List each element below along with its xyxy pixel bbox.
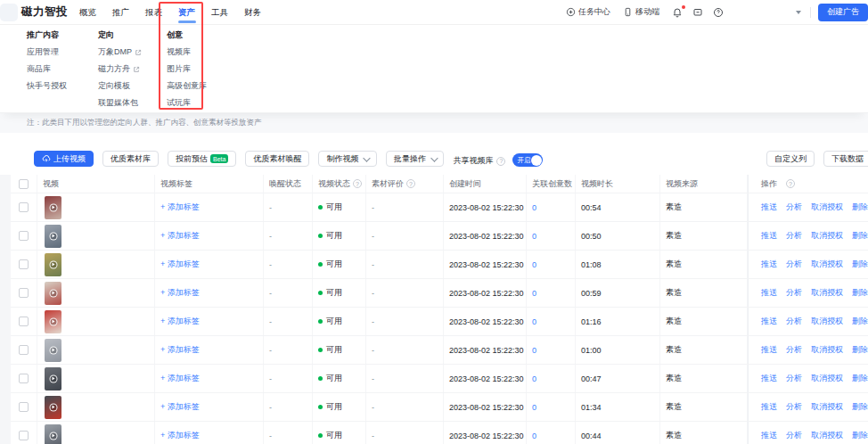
mega-item-targeting-2[interactable]: 定向模板 [98,78,142,95]
linked-creatives-count[interactable]: 0 [532,289,536,298]
action-revoke-auth-link[interactable]: 取消授权 [811,430,843,441]
row-checkbox[interactable] [19,259,29,269]
add-tag-link[interactable]: + 添加标签 [160,316,200,327]
nav-item-tools[interactable]: 工具 [211,0,228,25]
shared-library-toggle[interactable]: 开启 [512,153,543,167]
action-delete-link[interactable]: 删除 [852,401,868,413]
action-analyze-link[interactable]: 分析 [786,201,802,213]
action-analyze-link[interactable]: 分析 [786,401,802,413]
video-thumbnail[interactable] [45,310,61,333]
action-delete-link[interactable]: 删除 [852,430,868,441]
linked-creatives-count[interactable]: 0 [532,403,536,412]
mega-item-promo-content-1[interactable]: 商品库 [27,61,67,78]
video-thumbnail[interactable] [45,225,61,248]
video-thumbnail[interactable] [45,367,61,391]
upload-video-button[interactable]: 上传视频 [34,151,94,167]
linked-creatives-count[interactable]: 0 [532,317,536,326]
linked-creatives-count[interactable]: 0 [532,232,536,241]
action-revoke-auth-link[interactable]: 取消授权 [811,401,843,413]
toolbar-button-download-data[interactable]: 下载数据 [823,151,868,167]
action-push-link[interactable]: 推送 [761,259,777,270]
linked-creatives-count[interactable]: 0 [532,432,536,440]
action-analyze-link[interactable]: 分析 [786,259,802,270]
video-thumbnail[interactable] [45,396,61,419]
action-analyze-link[interactable]: 分析 [786,287,802,299]
mega-header-promo-content[interactable]: 推广内容 [27,27,67,44]
mega-header-creative[interactable]: 创意 [167,27,207,44]
linked-creatives-count[interactable]: 0 [532,260,536,269]
toolbar-button-customize-columns[interactable]: 自定义列 [766,151,815,167]
nav-item-promotion[interactable]: 推广 [112,0,129,25]
toolbar-button-make-video[interactable]: 制作视频 [318,151,377,167]
linked-creatives-count[interactable]: 0 [532,203,536,212]
mega-item-promo-content-0[interactable]: 应用管理 [27,44,67,61]
help-button[interactable] [713,7,724,18]
mega-item-creative-1[interactable]: 图片库 [167,61,207,78]
add-tag-link[interactable]: + 添加标签 [160,259,200,270]
nav-item-reports[interactable]: 报表 [145,0,162,25]
toolbar-button-batch-operations[interactable]: 批量操作 [386,151,445,167]
nav-item-assets[interactable]: 资产 [178,0,195,25]
action-push-link[interactable]: 推送 [761,430,777,441]
mega-item-targeting-0[interactable]: 万象DMP [98,44,142,61]
action-revoke-auth-link[interactable]: 取消授权 [811,259,843,270]
action-revoke-auth-link[interactable]: 取消授权 [811,230,843,242]
action-analyze-link[interactable]: 分析 [786,344,802,356]
toolbar-button-pre-launch-estimate[interactable]: 投前预估Beta [168,151,236,167]
action-delete-link[interactable]: 删除 [852,230,868,242]
action-revoke-auth-link[interactable]: 取消授权 [811,201,843,213]
task-center-link[interactable]: 任务中心 [566,6,610,18]
add-tag-link[interactable]: + 添加标签 [160,430,200,441]
action-push-link[interactable]: 推送 [761,344,777,356]
info-circle-icon[interactable]: ? [786,179,795,188]
action-delete-link[interactable]: 删除 [852,316,868,327]
mega-header-targeting[interactable]: 定向 [98,27,142,44]
mega-item-targeting-1[interactable]: 磁力方舟 [98,61,142,78]
mobile-link[interactable]: 移动端 [623,6,659,18]
row-checkbox[interactable] [19,374,29,383]
add-tag-link[interactable]: + 添加标签 [160,373,200,384]
video-thumbnail[interactable] [45,282,61,305]
account-dropdown-caret[interactable] [796,11,801,14]
row-checkbox[interactable] [19,288,29,298]
mega-item-creative-3[interactable]: 试玩库 [167,95,207,111]
mega-item-targeting-3[interactable]: 联盟媒体包 [98,95,142,111]
toolbar-button-quality-material-wake[interactable]: 优质素材唤醒 [245,151,309,167]
video-thumbnail[interactable] [45,424,61,444]
add-tag-link[interactable]: + 添加标签 [160,201,200,213]
action-push-link[interactable]: 推送 [761,230,777,242]
action-revoke-auth-link[interactable]: 取消授权 [811,373,843,384]
mega-item-creative-0[interactable]: 视频库 [167,44,207,61]
action-push-link[interactable]: 推送 [761,201,777,213]
create-ad-button[interactable]: 创建广告 [818,4,868,21]
nav-item-overview[interactable]: 概览 [79,0,96,25]
action-revoke-auth-link[interactable]: 取消授权 [811,316,843,327]
action-analyze-link[interactable]: 分析 [786,316,802,327]
action-revoke-auth-link[interactable]: 取消授权 [811,344,843,356]
add-tag-link[interactable]: + 添加标签 [160,401,200,413]
info-circle-icon[interactable]: ? [496,157,505,166]
info-circle-icon[interactable]: ? [406,179,415,188]
toolbar-button-quality-material-library[interactable]: 优质素材库 [102,151,159,167]
nav-item-finance[interactable]: 财务 [244,0,261,25]
video-thumbnail[interactable] [45,253,61,276]
mega-item-creative-2[interactable]: 高级创意库 [167,78,207,95]
action-delete-link[interactable]: 删除 [852,344,868,356]
linked-creatives-count[interactable]: 0 [532,374,536,383]
select-all-checkbox[interactable] [19,179,29,189]
action-push-link[interactable]: 推送 [761,401,777,413]
row-checkbox[interactable] [19,202,29,212]
action-delete-link[interactable]: 删除 [852,287,868,299]
info-circle-icon[interactable]: ? [353,179,362,188]
action-delete-link[interactable]: 删除 [852,373,868,384]
mega-item-promo-content-2[interactable]: 快手号授权 [27,78,67,95]
add-tag-link[interactable]: + 添加标签 [160,344,200,356]
row-checkbox[interactable] [19,402,29,412]
action-push-link[interactable]: 推送 [761,316,777,327]
action-analyze-link[interactable]: 分析 [786,230,802,242]
action-analyze-link[interactable]: 分析 [786,373,802,384]
action-push-link[interactable]: 推送 [761,373,777,384]
row-checkbox[interactable] [19,231,29,241]
action-analyze-link[interactable]: 分析 [786,430,802,441]
row-checkbox[interactable] [19,345,29,355]
